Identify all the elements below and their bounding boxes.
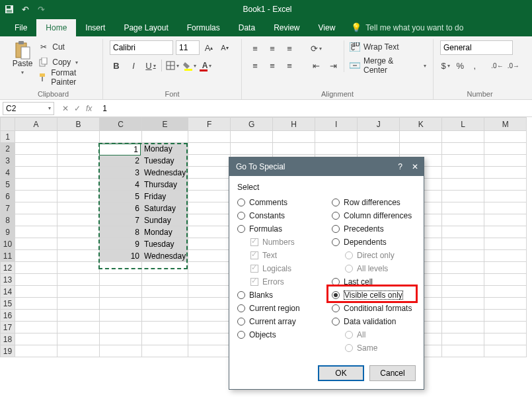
row-header-1[interactable]: 1 [1,131,15,143]
font-color-button[interactable]: A [200,59,213,72]
opt-dependents[interactable]: Dependents [332,236,416,249]
tab-formulas[interactable]: Formulas [178,19,229,36]
cell-C8[interactable]: 7 [100,214,142,226]
cell-A19[interactable] [15,345,57,357]
cell-C2[interactable]: 1 [100,143,142,155]
cell-E5[interactable]: Thursday [142,179,188,191]
cell-L10[interactable] [442,238,484,250]
cell-M13[interactable] [484,274,527,286]
cell-B7[interactable] [57,202,100,214]
cell-F3[interactable] [188,155,231,167]
percent-format-button[interactable]: % [455,59,465,72]
cell-F7[interactable] [188,202,231,214]
cell-M9[interactable] [484,226,527,238]
col-header-F[interactable]: F [188,118,231,131]
bold-button[interactable]: B [110,59,123,72]
cell-L2[interactable] [442,143,484,155]
row-header-18[interactable]: 18 [1,333,15,345]
confirm-edit-icon[interactable]: ✓ [74,104,81,113]
cell-C19[interactable] [100,345,142,357]
opt-last-cell[interactable]: Last cell [332,275,416,288]
row-header-6[interactable]: 6 [1,191,15,202]
cell-B19[interactable] [57,345,100,357]
cell-C3[interactable]: 2 [100,155,142,167]
tab-data[interactable]: Data [229,19,264,36]
cell-F14[interactable] [188,286,231,298]
row-header-8[interactable]: 8 [1,214,15,226]
cell-J2[interactable] [358,143,400,155]
merge-center-button[interactable]: Merge & Center▾ [350,59,426,72]
col-header-H[interactable]: H [273,118,315,131]
align-top-icon[interactable]: ≡ [248,42,262,55]
cell-A6[interactable] [15,191,57,202]
opt-formulas[interactable]: Formulas [237,222,321,236]
cell-C9[interactable]: 8 [100,226,142,238]
opt-row-diff[interactable]: Row differences [332,196,416,209]
opt-current-region[interactable]: Current region [237,302,321,315]
copy-button[interactable]: Copy▾ [38,56,96,69]
orientation-button[interactable]: ⟳ [309,42,323,55]
cell-A8[interactable] [15,214,57,226]
cell-A12[interactable] [15,262,57,274]
dialog-titlebar[interactable]: Go To Special ? ✕ [229,157,424,176]
cell-L6[interactable] [442,191,484,202]
format-painter-button[interactable]: Format Painter [38,71,96,84]
fill-color-button[interactable] [183,59,196,72]
cell-J1[interactable] [358,131,400,143]
row-header-10[interactable]: 10 [1,238,15,250]
row-header-3[interactable]: 3 [1,155,15,167]
cell-F2[interactable] [188,143,231,155]
cell-F10[interactable] [188,238,231,250]
cell-M15[interactable] [484,298,527,310]
cell-C13[interactable] [100,274,142,286]
cell-E19[interactable] [142,345,188,357]
col-header-I[interactable]: I [315,118,358,131]
col-header-K[interactable]: K [400,118,442,131]
cell-E4[interactable]: Wednesday [142,167,188,179]
cell-M10[interactable] [484,238,527,250]
cell-M1[interactable] [484,131,527,143]
cell-E14[interactable] [142,286,188,298]
help-icon[interactable]: ? [398,162,402,171]
cell-L13[interactable] [442,274,484,286]
cell-H1[interactable] [273,131,315,143]
cell-A1[interactable] [15,131,57,143]
comma-format-button[interactable]: , [469,59,480,72]
cell-G1[interactable] [231,131,273,143]
cell-C6[interactable]: 5 [100,191,142,202]
cell-B1[interactable] [57,131,100,143]
tell-me-search[interactable]: 💡 Tell me what you want to do [344,19,470,36]
cell-F18[interactable] [188,333,231,345]
col-header-C[interactable]: C [100,118,142,131]
opt-visible-cells[interactable]: Visible cells only [332,288,416,302]
cell-M12[interactable] [484,262,527,274]
cell-F9[interactable] [188,226,231,238]
borders-button[interactable] [166,59,179,72]
cell-L15[interactable] [442,298,484,310]
row-header-2[interactable]: 2 [1,143,15,155]
cell-M11[interactable] [484,250,527,262]
cell-M17[interactable] [484,322,527,333]
increase-decimal-icon[interactable]: .0← [491,59,503,72]
cell-L3[interactable] [442,155,484,167]
cell-E18[interactable] [142,333,188,345]
cell-B9[interactable] [57,226,100,238]
cell-E12[interactable] [142,262,188,274]
align-left-icon[interactable]: ≡ [248,59,262,72]
row-header-15[interactable]: 15 [1,298,15,310]
cell-B6[interactable] [57,191,100,202]
cell-B8[interactable] [57,214,100,226]
cell-M19[interactable] [484,345,527,357]
formula-input[interactable] [100,102,529,115]
cell-L14[interactable] [442,286,484,298]
fx-icon[interactable]: fx [86,104,92,113]
font-name-select[interactable] [110,40,173,55]
cell-K1[interactable] [400,131,442,143]
cell-E6[interactable]: Friday [142,191,188,202]
cell-C4[interactable]: 3 [100,167,142,179]
cell-B2[interactable] [57,143,100,155]
cell-M14[interactable] [484,286,527,298]
underline-button[interactable]: U [144,59,157,72]
cell-A14[interactable] [15,286,57,298]
row-header-11[interactable]: 11 [1,250,15,262]
